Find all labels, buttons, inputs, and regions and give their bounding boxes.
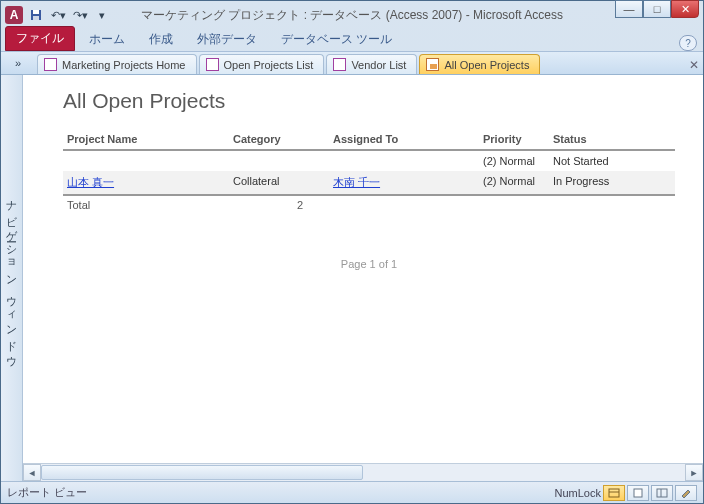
tab-label: All Open Projects xyxy=(444,59,529,71)
col-header-assigned: Assigned To xyxy=(333,133,483,145)
qat-customize-icon[interactable]: ▾ xyxy=(93,6,111,24)
statusbar: レポート ビュー NumLock xyxy=(1,481,703,503)
svg-rect-5 xyxy=(634,489,642,497)
save-icon[interactable] xyxy=(27,6,45,24)
ribbon-tab-create[interactable]: 作成 xyxy=(139,28,183,51)
tab-all-open-projects[interactable]: All Open Projects xyxy=(419,54,540,74)
svg-rect-6 xyxy=(657,489,667,497)
col-header-category: Category xyxy=(233,133,333,145)
form-icon xyxy=(333,58,346,71)
svg-marker-8 xyxy=(682,490,690,498)
scroll-track[interactable] xyxy=(41,464,685,481)
svg-rect-1 xyxy=(33,10,39,14)
close-tab-icon[interactable]: ✕ xyxy=(685,56,703,74)
undo-icon[interactable]: ↶▾ xyxy=(49,6,67,24)
assigned-to-link[interactable]: 木南 千一 xyxy=(333,176,380,188)
layout-view-button[interactable] xyxy=(651,485,673,501)
report-view-button[interactable] xyxy=(603,485,625,501)
ribbon-tab-dbtools[interactable]: データベース ツール xyxy=(271,28,402,51)
tab-open-projects-list[interactable]: Open Projects List xyxy=(199,54,325,74)
document-tabstrip: » Marketing Projects Home Open Projects … xyxy=(1,51,703,75)
report-icon xyxy=(426,58,439,71)
ribbon-tab-file[interactable]: ファイル xyxy=(5,26,75,51)
tab-label: Marketing Projects Home xyxy=(62,59,186,71)
maximize-button[interactable]: □ xyxy=(643,0,671,18)
col-header-status: Status xyxy=(553,133,643,145)
view-mode-label: レポート ビュー xyxy=(7,485,87,500)
scroll-left-icon[interactable]: ◄ xyxy=(23,464,41,481)
ribbon-tab-external[interactable]: 外部データ xyxy=(187,28,267,51)
svg-rect-3 xyxy=(609,489,619,497)
redo-icon[interactable]: ↷▾ xyxy=(71,6,89,24)
form-icon xyxy=(44,58,57,71)
nav-pane-toggle-icon[interactable]: » xyxy=(7,52,29,74)
app-icon[interactable]: A xyxy=(5,6,23,24)
svg-rect-2 xyxy=(33,16,39,20)
scroll-thumb[interactable] xyxy=(41,465,363,480)
close-button[interactable]: ✕ xyxy=(671,0,699,18)
minimize-button[interactable]: — xyxy=(615,0,643,18)
scroll-right-icon[interactable]: ► xyxy=(685,464,703,481)
ribbon-tab-home[interactable]: ホーム xyxy=(79,28,135,51)
ribbon-help-icon[interactable]: ? xyxy=(679,35,697,51)
nav-pane-label: ナビゲーション ウィンドウ xyxy=(4,193,19,363)
tab-vendor-list[interactable]: Vendor List xyxy=(326,54,417,74)
navigation-pane-collapsed[interactable]: ナビゲーション ウィンドウ xyxy=(1,75,23,481)
col-header-priority: Priority xyxy=(483,133,553,145)
design-view-button[interactable] xyxy=(675,485,697,501)
total-row: Total 2 xyxy=(63,194,675,214)
tab-label: Vendor List xyxy=(351,59,406,71)
project-name-link[interactable]: 山本 真一 xyxy=(67,176,114,188)
report-body: All Open Projects Project Name Category … xyxy=(23,75,703,463)
table-row: 山本 真一 Collateral 木南 千一 (2) Normal In Pro… xyxy=(63,171,675,194)
horizontal-scrollbar[interactable]: ◄ ► xyxy=(23,463,703,481)
form-icon xyxy=(206,58,219,71)
tab-label: Open Projects List xyxy=(224,59,314,71)
page-info: Page 1 of 1 xyxy=(63,258,675,270)
print-preview-button[interactable] xyxy=(627,485,649,501)
grid-header: Project Name Category Assigned To Priori… xyxy=(63,129,675,151)
table-row: (2) Normal Not Started xyxy=(63,151,675,171)
numlock-indicator: NumLock xyxy=(555,487,601,499)
col-header-name: Project Name xyxy=(63,133,233,145)
tab-marketing-home[interactable]: Marketing Projects Home xyxy=(37,54,197,74)
titlebar: A ↶▾ ↷▾ ▾ マーケティング プロジェクト : データベース (Acces… xyxy=(1,1,703,29)
report-title: All Open Projects xyxy=(63,89,675,113)
total-label: Total xyxy=(63,199,123,211)
ribbon-tabs: ファイル ホーム 作成 外部データ データベース ツール ? xyxy=(1,29,703,51)
total-value: 2 xyxy=(123,199,303,211)
